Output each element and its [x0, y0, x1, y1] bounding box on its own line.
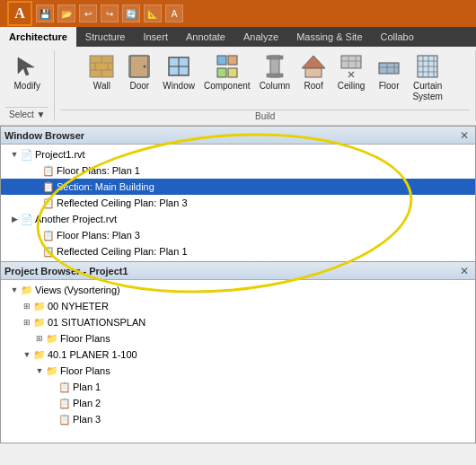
pb-expander-views[interactable]: ▼: [8, 284, 21, 296]
component-button[interactable]: Component: [200, 50, 254, 93]
build-group-label: Build: [60, 110, 470, 121]
open-icon[interactable]: 📂: [57, 4, 75, 22]
window-browser-close[interactable]: ✕: [457, 128, 472, 143]
pb-expander-planer[interactable]: ▼: [21, 348, 33, 361]
wb-view-icon-4: 📋: [42, 229, 55, 241]
save-icon[interactable]: 💾: [36, 4, 54, 22]
wb-expander-fp1: [30, 164, 42, 177]
wb-label-rcp3: Reflected Ceiling Plan: Plan 3: [57, 197, 188, 208]
window-icon: [164, 52, 193, 81]
svg-point-11: [144, 66, 146, 68]
pb-item-fp-01[interactable]: ⊞ 📁 Floor Plans: [1, 330, 475, 347]
wb-item-project1[interactable]: ▼ 📄 Project1.rvt: [1, 146, 475, 162]
modify-button[interactable]: Modify: [9, 50, 45, 93]
pb-label-fp-01: Floor Plans: [60, 333, 110, 344]
pb-expander-plan2: [46, 397, 58, 409]
pb-label-plan3: Plan 3: [73, 414, 101, 425]
tab-massing[interactable]: Massing & Site: [287, 27, 371, 47]
ceiling-button[interactable]: Ceiling: [333, 50, 369, 93]
tab-analyze[interactable]: Analyze: [234, 27, 287, 47]
tab-collabo[interactable]: Collabo: [372, 27, 423, 47]
redo-icon[interactable]: ↪: [101, 4, 119, 22]
wall-button[interactable]: Wall: [84, 50, 119, 93]
window-button[interactable]: Window: [159, 50, 198, 93]
project-browser-title: Project Browser - Project1: [4, 266, 128, 276]
wb-item-section-main[interactable]: 📋 Section: Main Building: [1, 179, 475, 195]
svg-rect-21: [267, 74, 283, 77]
pb-folder-icon-5: 📁: [33, 348, 46, 361]
wb-item-rcp1[interactable]: 📋 Reflected Ceiling Plan: Plan 1: [1, 243, 475, 259]
window-browser-tree: ▼ 📄 Project1.rvt 📋 Floor Plans: Plan 1 📋: [1, 145, 475, 261]
tab-architecture[interactable]: Architecture: [0, 27, 76, 47]
wb-item-rcp3[interactable]: 📋 Reflected Ceiling Plan: Plan 3: [1, 195, 475, 211]
pb-item-views[interactable]: ▼ 📁 Views (Vysortering): [1, 282, 475, 298]
wb-view-icon-3: 📋: [42, 197, 55, 209]
measure-icon[interactable]: 📐: [144, 4, 162, 22]
pb-expander-plan3: [46, 413, 58, 426]
pb-item-fp-40[interactable]: ▼ 📁 Floor Plans: [1, 363, 475, 379]
pb-view-icon-2: 📋: [58, 397, 71, 409]
door-icon: [125, 52, 154, 81]
svg-rect-24: [341, 56, 361, 68]
svg-rect-20: [267, 56, 283, 59]
wb-item-project2[interactable]: ▶ 📄 Another Project.rvt: [1, 211, 475, 227]
project-browser-tree: ▼ 📁 Views (Vysortering) ⊞ 📁 00 NYHETER ⊞…: [1, 280, 475, 429]
svg-marker-22: [302, 56, 325, 68]
wb-label-section-main: Section: Main Building: [57, 181, 154, 192]
pb-view-icon-3: 📋: [58, 413, 71, 426]
modify-label: Modify: [14, 81, 40, 92]
pb-item-situationsplan[interactable]: ⊞ 📁 01 SITUATIONSPLAN: [1, 314, 475, 330]
floor-label: Floor: [379, 81, 400, 92]
ribbon-group-build: Wall Door: [55, 50, 476, 121]
wall-label: Wall: [93, 81, 110, 92]
svg-rect-15: [217, 56, 226, 65]
tab-insert[interactable]: Insert: [134, 27, 177, 47]
curtain-system-button[interactable]: CurtainSystem: [409, 50, 446, 104]
pb-folder-icon-2: 📁: [33, 300, 46, 312]
pb-item-plan2[interactable]: 📋 Plan 2: [1, 395, 475, 411]
svg-rect-18: [228, 68, 237, 77]
floor-button[interactable]: Floor: [371, 50, 407, 93]
tab-structure[interactable]: Structure: [76, 27, 135, 47]
wb-expander-rcp1: [30, 245, 42, 258]
window-label: Window: [163, 81, 195, 92]
project-browser-close[interactable]: ✕: [457, 264, 472, 278]
wb-item-floorplan1[interactable]: 📋 Floor Plans: Plan 1: [1, 162, 475, 179]
roof-button[interactable]: Roof: [295, 50, 331, 93]
pb-expander-fp-40[interactable]: ▼: [33, 364, 46, 377]
pb-expander-plan1: [46, 381, 58, 393]
pb-label-planer: 40.1 PLANER 1-100: [48, 349, 137, 360]
pb-item-planer[interactable]: ▼ 📁 40.1 PLANER 1-100: [1, 347, 475, 363]
wb-view-icon-2: 📋: [42, 180, 55, 193]
column-icon: [260, 52, 289, 81]
undo-icon[interactable]: ↩: [79, 4, 97, 22]
wb-expander-project1[interactable]: ▼: [8, 148, 21, 161]
tab-annotate[interactable]: Annotate: [177, 27, 234, 47]
sync-icon[interactable]: 🔄: [122, 4, 140, 22]
door-button[interactable]: Door: [121, 50, 157, 93]
ceiling-label: Ceiling: [338, 81, 366, 92]
column-button[interactable]: Column: [256, 50, 294, 93]
pb-expander-nyheter[interactable]: ⊞: [21, 300, 33, 312]
roof-label: Roof: [304, 81, 323, 92]
title-bar: A 💾 📂 ↩ ↪ 🔄 📐 A: [0, 0, 476, 27]
pb-item-nyheter[interactable]: ⊞ 📁 00 NYHETER: [1, 298, 475, 314]
wb-expander-project2[interactable]: ▶: [8, 213, 21, 225]
ribbon-tabs: Architecture Structure Insert Annotate A…: [0, 27, 476, 47]
pb-item-plan1[interactable]: 📋 Plan 1: [1, 379, 475, 395]
pb-item-plan3[interactable]: 📋 Plan 3: [1, 411, 475, 427]
wb-file-icon-1: 📄: [21, 148, 33, 161]
svg-marker-0: [18, 57, 34, 75]
svg-rect-17: [217, 68, 226, 77]
door-label: Door: [130, 81, 150, 92]
select-dropdown[interactable]: Select ▼: [5, 107, 48, 121]
ceiling-icon: [337, 52, 366, 81]
window-browser-header: Window Browser ✕: [1, 127, 475, 145]
pb-expander-fp-01[interactable]: ⊞: [33, 332, 46, 345]
wall-icon: [87, 52, 116, 81]
text-icon[interactable]: A: [165, 4, 183, 22]
pb-expander-situationsplan[interactable]: ⊞: [21, 316, 33, 329]
wb-view-icon-1: 📋: [42, 164, 55, 177]
project-browser-panel: Project Browser - Project1 ✕ ▼ 📁 Views (…: [0, 262, 476, 443]
wb-item-fp3[interactable]: 📋 Floor Plans: Plan 3: [1, 227, 475, 243]
